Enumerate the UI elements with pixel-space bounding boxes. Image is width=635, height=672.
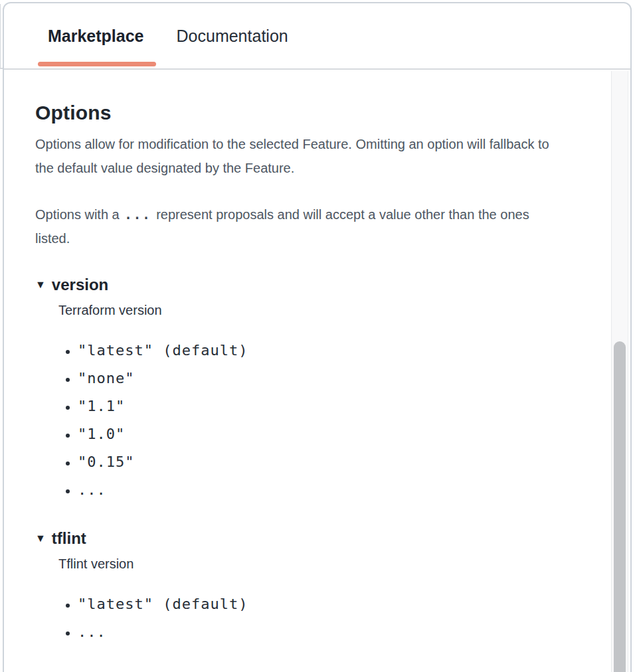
scrollbar-track[interactable] <box>611 71 628 672</box>
tab-label: Documentation <box>177 27 288 46</box>
tab-label: Marketplace <box>48 27 144 46</box>
tab-bar: Marketplace Documentation <box>4 3 630 70</box>
tab-documentation[interactable]: Documentation <box>177 3 288 68</box>
option-value-item: ... <box>78 618 551 646</box>
option-value-item: "none" <box>78 365 551 392</box>
section-name: version <box>52 276 108 294</box>
marketplace-content: Options Options allow for modification t… <box>4 102 630 646</box>
proposal-note-text: Options with a ... represent proposals a… <box>35 203 551 250</box>
option-value-list: "latest" (default)... <box>35 590 551 646</box>
section-name: tflint <box>52 529 86 548</box>
adjacent-panel-edge <box>0 4 1 68</box>
option-value-item: "1.0" <box>78 420 551 448</box>
option-sections: ▼ version Terraform version "latest" (de… <box>35 276 551 646</box>
proposal-note-before: Options with a <box>35 207 123 222</box>
section-description: Tflint version <box>58 556 551 572</box>
options-intro-text: Options allow for modification to the se… <box>35 132 551 180</box>
option-section-version: ▼ version Terraform version "latest" (de… <box>35 276 551 504</box>
option-section-tflint: ▼ tflint Tflint version "latest" (defaul… <box>35 529 551 646</box>
option-value-item: ... <box>78 476 551 504</box>
details-card: Marketplace Documentation Options Option… <box>3 2 632 672</box>
ellipsis-code: ... <box>123 207 152 222</box>
tab-marketplace[interactable]: Marketplace <box>48 3 144 68</box>
option-value-item: "0.15" <box>78 448 551 476</box>
collapse-triangle-icon: ▼ <box>35 533 46 544</box>
section-collapse-header[interactable]: ▼ tflint <box>35 529 86 548</box>
collapse-triangle-icon: ▼ <box>35 280 46 290</box>
scrollbar-thumb[interactable] <box>614 341 626 672</box>
options-heading: Options <box>35 102 551 124</box>
option-value-item: "1.1" <box>78 392 551 420</box>
active-tab-underline <box>38 62 156 66</box>
option-value-item: "latest" (default) <box>78 337 551 365</box>
option-value-list: "latest" (default)"none""1.1""1.0""0.15"… <box>35 337 551 504</box>
section-collapse-header[interactable]: ▼ version <box>35 276 108 294</box>
section-description: Terraform version <box>58 302 551 318</box>
option-value-item: "latest" (default) <box>78 590 551 618</box>
